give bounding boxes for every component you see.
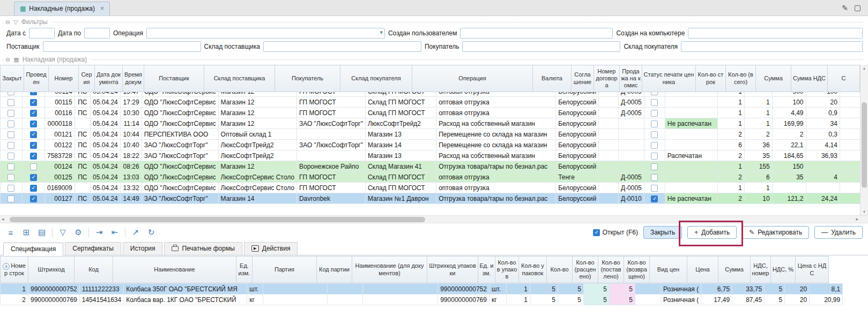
column-header[interactable]: Номер договора <box>594 65 620 92</box>
column-header[interactable]: Кол-во (возвращено) <box>624 256 650 283</box>
row-checkbox[interactable] <box>30 131 37 138</box>
refresh-icon[interactable]: ↻ <box>146 228 157 237</box>
column-header[interactable]: Номер <box>49 65 79 92</box>
outdent-list-icon[interactable]: ⇤ <box>109 228 120 237</box>
column-header[interactable]: Кол-во в упаков <box>495 256 519 283</box>
created-by-user-input[interactable] <box>460 28 613 39</box>
column-header[interactable]: ∧Номер строк <box>1 256 28 283</box>
row-checkbox[interactable] <box>30 153 37 160</box>
scroll-left-icon[interactable]: ◂ <box>2 216 4 222</box>
row-checkbox[interactable] <box>651 195 658 202</box>
tab-history[interactable]: История <box>123 242 163 255</box>
sort-asc-icon[interactable]: ∧ <box>3 263 10 270</box>
column-header[interactable]: Наименование (для документов) <box>352 256 427 283</box>
document-tab[interactable]: ▦ Накладные (продажа) × <box>14 2 110 16</box>
column-header[interactable]: Соглашение <box>572 65 594 92</box>
column-header[interactable]: Цена с НДС <box>796 256 829 283</box>
operation-input[interactable] <box>146 28 385 39</box>
row-checkbox[interactable] <box>651 153 658 160</box>
invoice-row[interactable]: 7583728ПС05.04.2418:22ЗАО "ЛюксСофтТорг"… <box>1 150 868 161</box>
column-header[interactable]: Вид цен <box>650 256 687 283</box>
scroll-right-icon[interactable]: ▸ <box>856 216 858 222</box>
row-checkbox[interactable] <box>8 99 14 106</box>
tab-print-forms[interactable]: Печатные формы <box>164 242 242 255</box>
row-checkbox[interactable] <box>30 163 37 170</box>
column-header[interactable]: Операция <box>412 65 533 92</box>
column-header[interactable]: Код <box>75 256 113 283</box>
column-header[interactable]: Дата документа <box>95 65 123 92</box>
list-view-icon[interactable]: ≡ <box>5 228 16 237</box>
add-button[interactable]: + Добавить <box>687 226 737 239</box>
row-checkbox[interactable] <box>8 131 14 138</box>
row-checkbox[interactable] <box>30 92 37 95</box>
row-checkbox[interactable] <box>651 142 658 149</box>
column-header[interactable]: Сумма НДС <box>791 65 828 92</box>
column-header[interactable]: Время докум <box>123 65 144 92</box>
date-from-input[interactable] <box>29 28 55 39</box>
invoice-row[interactable]: 00115ПС05.04.2417:29ОДО "ЛюксСофтСервисМ… <box>1 97 868 108</box>
column-header[interactable]: Сумма <box>756 65 791 92</box>
column-header[interactable]: Поставщик <box>144 65 204 92</box>
row-checkbox[interactable] <box>8 92 14 95</box>
row-checkbox[interactable] <box>8 153 14 160</box>
filter-icon[interactable]: ▽ <box>57 228 68 237</box>
grid-view-icon[interactable]: ⊞ <box>21 228 32 237</box>
invoice-row[interactable]: 00121ПС05.04.2410:44ПЕРСПЕКТИВА ООООптов… <box>1 129 868 140</box>
row-checkbox[interactable] <box>8 142 14 149</box>
row-checkbox[interactable] <box>651 120 658 127</box>
created-on-computer-input[interactable] <box>688 28 863 39</box>
indent-list-icon[interactable]: ⇥ <box>94 228 105 237</box>
tab-certificates[interactable]: Сертификаты <box>65 242 121 255</box>
vertical-scrollbar[interactable]: ▴ ▾ <box>860 65 868 215</box>
supplier-input[interactable] <box>43 41 201 52</box>
horizontal-scrollbar[interactable]: ◂ ▸ <box>0 215 868 223</box>
row-checkbox[interactable] <box>30 195 37 202</box>
row-checkbox[interactable] <box>8 174 14 181</box>
column-header[interactable]: Ед. изм. <box>478 256 495 283</box>
column-header[interactable]: Наименование <box>113 256 236 283</box>
tab-close-icon[interactable]: × <box>100 5 104 12</box>
row-checkbox[interactable] <box>30 185 37 192</box>
column-header[interactable]: Штрихкод <box>28 256 75 283</box>
row-checkbox[interactable] <box>651 92 658 95</box>
row-checkbox[interactable] <box>30 99 37 106</box>
scrollbar-thumb[interactable] <box>862 102 867 188</box>
invoice-row[interactable]: 00125ПС05.04.2413:03ОДО "ЛюксСофтСервисЛ… <box>1 172 868 183</box>
invoice-row[interactable]: 016900905.04.2413:32ОДО "ЛюксСофтСервисЛ… <box>1 183 868 193</box>
column-header[interactable]: Валюта <box>533 65 572 92</box>
operation-select[interactable]: ▾ <box>146 28 385 39</box>
column-header[interactable]: Статус печати ценника <box>642 65 696 92</box>
maximize-icon[interactable] <box>855 5 860 11</box>
row-checkbox[interactable] <box>8 120 14 127</box>
row-checkbox[interactable] <box>651 110 658 117</box>
column-header[interactable]: Партия <box>253 256 317 283</box>
column-header[interactable]: Серия <box>79 65 95 92</box>
calendar-icon[interactable]: ▤ <box>36 228 47 237</box>
column-header[interactable]: Ед. изм. <box>236 256 253 283</box>
collapse-icon[interactable]: ⊖ <box>5 56 10 63</box>
column-header[interactable]: Склад поставщика <box>204 65 275 92</box>
scroll-down-icon[interactable]: ▾ <box>860 209 868 214</box>
row-checkbox[interactable] <box>8 110 14 117</box>
open-f6-checkbox[interactable]: Открыт (F6) <box>593 229 638 236</box>
column-header[interactable]: Проведен <box>24 65 49 92</box>
column-header[interactable]: Кол-во (поставлено) <box>598 256 624 283</box>
checkbox-checked-icon[interactable] <box>593 229 600 236</box>
delete-button[interactable]: — Удалить <box>814 226 863 239</box>
invoice-row[interactable]: 00127ПС05.04.2414:49ЗАО "ЛюксСофтТорг"Ма… <box>1 193 868 204</box>
scroll-up-icon[interactable]: ▴ <box>860 66 868 71</box>
invoice-row[interactable]: 00116ПС05.04.2410:30ОДО "ЛюксСофтСервисМ… <box>1 108 868 118</box>
row-checkbox[interactable] <box>30 120 37 127</box>
row-checkbox[interactable] <box>30 110 37 117</box>
invoice-row[interactable]: 00122ПС05.04.2410:40ЗАО "ЛюксСофтТорг"Лю… <box>1 140 868 150</box>
column-header[interactable]: Продажа на комис <box>620 65 642 92</box>
scrollbar-thumb[interactable] <box>10 217 425 222</box>
column-header[interactable]: Штрихкод упаковки <box>427 256 478 283</box>
spec-row[interactable]: 1990000000075211111222233Колбаса 350Г ОА… <box>1 284 843 295</box>
row-checkbox[interactable] <box>651 131 658 138</box>
invoice-row[interactable]: 000011805.04.2411:14ОДО "ЛюксСофтСервисМ… <box>1 118 868 129</box>
spec-row[interactable]: 2990000000076914541541634Колбаса вар. 1К… <box>1 295 843 305</box>
row-checkbox[interactable] <box>651 99 658 106</box>
column-header[interactable]: Склад покупателя <box>340 65 412 92</box>
collapse-icon[interactable]: ⊖ <box>5 19 10 26</box>
